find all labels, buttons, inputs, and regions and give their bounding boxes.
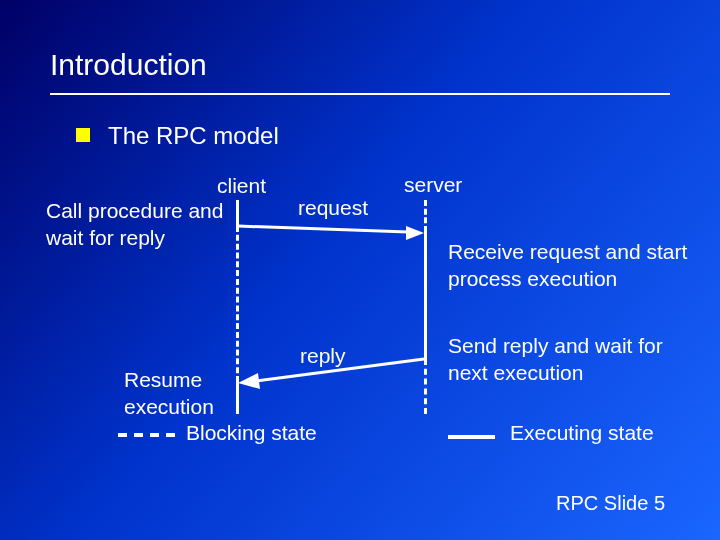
client-line-solid-top (236, 200, 239, 226)
server-line-solid (424, 232, 427, 359)
send-text: Send reply and wait for next execution (448, 332, 698, 386)
request-label: request (298, 196, 368, 220)
client-line-solid-bottom (236, 382, 239, 414)
request-arrow (238, 220, 426, 240)
svg-marker-3 (238, 373, 260, 389)
legend-solid-line (448, 435, 495, 439)
client-label: client (217, 174, 266, 198)
resume-text: Resume execution (124, 366, 234, 420)
svg-marker-1 (406, 226, 424, 240)
legend-blocking-label: Blocking state (186, 421, 317, 445)
title-underline (50, 93, 670, 95)
receive-text: Receive request and start process execut… (448, 238, 698, 292)
legend-dashed-line (118, 432, 176, 438)
bullet-icon (76, 128, 90, 142)
call-text: Call procedure and wait for reply (46, 197, 231, 251)
slide-subtitle: The RPC model (108, 122, 279, 150)
svg-line-0 (238, 226, 408, 232)
client-line-dashed (236, 226, 239, 382)
server-line-dashed-top (424, 200, 427, 232)
legend-executing-label: Executing state (510, 421, 654, 445)
slide-footer: RPC Slide 5 (556, 492, 665, 515)
server-line-dashed-bottom (424, 359, 427, 414)
slide-title: Introduction (50, 48, 207, 82)
slide: Introduction The RPC model client server… (0, 0, 720, 540)
server-label: server (404, 173, 462, 197)
reply-label: reply (300, 344, 346, 368)
